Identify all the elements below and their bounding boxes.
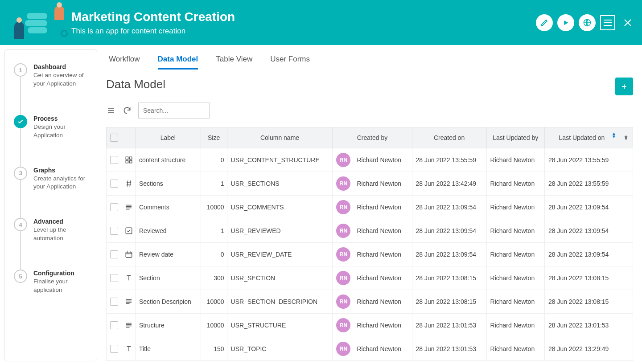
- sidebar-step-advanced[interactable]: 4AdvancedLevel up the automation: [14, 218, 91, 243]
- table-row[interactable]: Title150USR_TOPICRNRichard Newton28 Jun …: [107, 337, 633, 361]
- row-checkbox[interactable]: [110, 298, 118, 306]
- cell-created-by: RNRichard Newton: [333, 148, 412, 172]
- row-checkbox[interactable]: [110, 250, 118, 258]
- cell-label: Section: [136, 266, 201, 290]
- column-header[interactable]: Size: [201, 127, 227, 148]
- column-header[interactable]: Last Updated on▲▼: [544, 127, 619, 148]
- search-box[interactable]: [138, 102, 210, 119]
- sidebar-step-process[interactable]: ProcessDesign your Application: [14, 115, 91, 140]
- row-checkbox[interactable]: [110, 321, 118, 329]
- column-header[interactable]: [107, 127, 122, 148]
- refresh-button[interactable]: [122, 106, 132, 115]
- cell-created-by: RNRichard Newton: [333, 290, 412, 314]
- svg-rect-2: [126, 157, 128, 159]
- table-row[interactable]: Comments10000USR_COMMENTSRNRichard Newto…: [107, 196, 633, 219]
- cell-column-name: USR_SECTIONS: [227, 172, 333, 196]
- cell-pin[interactable]: [619, 172, 633, 196]
- column-header[interactable]: Created on: [412, 127, 486, 148]
- cell-updated-by: Richard Newton: [486, 243, 544, 266]
- add-button[interactable]: +: [615, 78, 633, 95]
- tab-table-view[interactable]: Table View: [216, 55, 252, 70]
- table-row[interactable]: Sections1USR_SECTIONSRNRichard Newton28 …: [107, 172, 633, 196]
- tab-user-forms[interactable]: User Forms: [270, 55, 310, 70]
- tab-data-model[interactable]: Data Model: [158, 55, 198, 70]
- cell-label: Structure: [136, 314, 201, 337]
- cell-size: 10000: [201, 314, 227, 337]
- cell-pin[interactable]: [619, 196, 633, 219]
- avatar: RN: [336, 153, 350, 167]
- cell-updated-on: 28 Jun 2022 13:08:15: [544, 290, 619, 314]
- search-input[interactable]: [143, 107, 221, 114]
- step-title: Graphs: [33, 167, 91, 174]
- cell-created-on: 28 Jun 2022 13:09:54: [412, 219, 486, 243]
- row-checkbox[interactable]: [110, 180, 118, 188]
- cell-updated-on: 28 Jun 2022 13:09:54: [544, 243, 619, 266]
- row-checkbox[interactable]: [110, 227, 118, 235]
- step-desc: Design your Application: [33, 123, 91, 140]
- avatar: RN: [336, 200, 350, 214]
- cell-pin[interactable]: [619, 266, 633, 290]
- row-checkbox[interactable]: [110, 156, 118, 164]
- sidebar-step-graphs[interactable]: 3GraphsCreate analytics for your Applica…: [14, 167, 91, 192]
- edit-button[interactable]: [536, 14, 553, 31]
- avatar: RN: [336, 294, 350, 309]
- cell-pin[interactable]: [619, 314, 633, 337]
- cell-pin[interactable]: [619, 243, 633, 266]
- globe-button[interactable]: [579, 14, 596, 31]
- table-row[interactable]: Section Descripion10000USR_SECTION_DESCR…: [107, 290, 633, 314]
- cell-column-name: USR_SECTION_DESCRIPION: [227, 290, 333, 314]
- row-checkbox[interactable]: [110, 203, 118, 211]
- cell-created-on: 28 Jun 2022 13:08:15: [412, 266, 486, 290]
- cell-label: content structure: [136, 148, 201, 172]
- hash-type-icon: [124, 179, 133, 188]
- menu-button[interactable]: [600, 15, 615, 30]
- table-row[interactable]: Structure10000USR_STRUCTURERNRichard New…: [107, 314, 633, 337]
- cell-updated-by: Richard Newton: [486, 290, 544, 314]
- title-block: Marketing Content Creation This is an ap…: [71, 10, 235, 36]
- column-header[interactable]: [122, 127, 136, 148]
- play-button[interactable]: [557, 14, 574, 31]
- step-circle: 1: [14, 63, 27, 77]
- cell-pin[interactable]: [619, 290, 633, 314]
- cell-updated-on: 28 Jun 2022 13:09:54: [544, 196, 619, 219]
- cell-label: Reviewed: [136, 219, 201, 243]
- step-title: Configuration: [33, 270, 91, 277]
- cell-updated-on: 28 Jun 2022 13:55:59: [544, 148, 619, 172]
- cell-updated-by: Richard Newton: [486, 219, 544, 243]
- cell-column-name: USR_STRUCTURE: [227, 314, 333, 337]
- sidebar-step-dashboard[interactable]: 1DashboardGet an overview of your Applic…: [14, 63, 91, 88]
- column-header[interactable]: Created by: [333, 127, 412, 148]
- cell-size: 0: [201, 243, 227, 266]
- close-button[interactable]: [622, 17, 633, 28]
- svg-rect-3: [129, 157, 132, 159]
- cell-pin[interactable]: [619, 148, 633, 172]
- column-header[interactable]: Label: [136, 127, 201, 148]
- sidebar-step-configuration[interactable]: 5ConfigurationFinalise your application: [14, 270, 91, 294]
- column-header[interactable]: Column name: [227, 127, 333, 148]
- column-header[interactable]: [619, 127, 633, 148]
- cell-created-on: 28 Jun 2022 13:08:15: [412, 290, 486, 314]
- cell-column-name: USR_REVIEWED: [227, 219, 333, 243]
- cell-pin[interactable]: [619, 337, 633, 361]
- cell-pin[interactable]: [619, 219, 633, 243]
- cell-created-by: RNRichard Newton: [333, 172, 412, 196]
- row-checkbox[interactable]: [110, 345, 118, 353]
- table-row[interactable]: Section300USR_SECTIONRNRichard Newton28 …: [107, 266, 633, 290]
- row-checkbox[interactable]: [110, 274, 118, 282]
- cell-created-on: 28 Jun 2022 13:09:54: [412, 196, 486, 219]
- tab-workflow[interactable]: Workflow: [109, 55, 140, 70]
- cell-updated-by: Richard Newton: [486, 172, 544, 196]
- data-table: LabelSizeColumn nameCreated byCreated on…: [106, 127, 633, 361]
- cell-label: Review date: [136, 243, 201, 266]
- avatar: RN: [336, 224, 350, 238]
- cell-created-by: RNRichard Newton: [333, 243, 412, 266]
- globe-icon: [583, 18, 592, 27]
- select-all-checkbox[interactable]: [110, 134, 118, 142]
- app-title: Marketing Content Creation: [71, 10, 235, 24]
- column-header[interactable]: Last Updated by: [486, 127, 544, 148]
- table-row[interactable]: content structure0USR_CONTENT_STRUCTURER…: [107, 148, 633, 172]
- step-desc: Get an overview of your Application: [33, 71, 91, 88]
- table-row[interactable]: Reviewed1USR_REVIEWEDRNRichard Newton28 …: [107, 219, 633, 243]
- list-toggle-button[interactable]: [106, 106, 116, 115]
- table-row[interactable]: Review date0USR_REVIEW_DATERNRichard New…: [107, 243, 633, 266]
